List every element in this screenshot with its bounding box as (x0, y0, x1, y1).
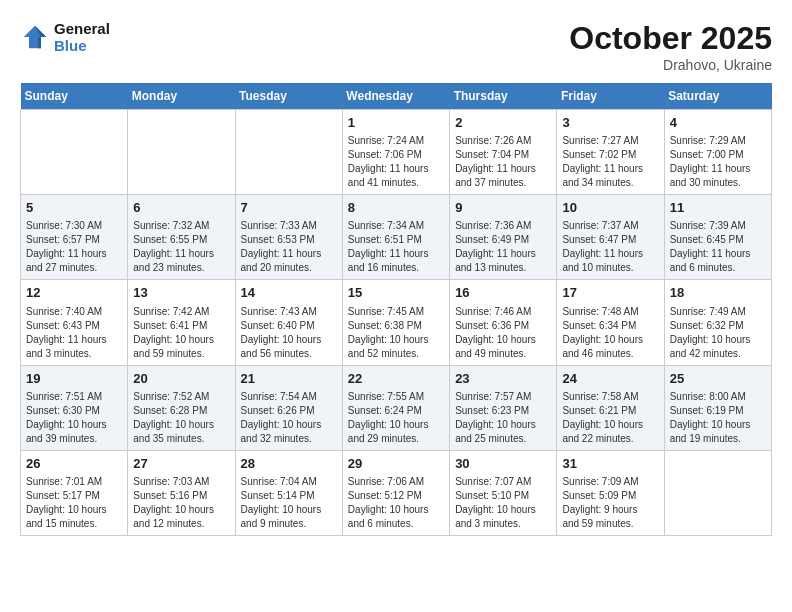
day-number: 15 (348, 284, 444, 302)
calendar-cell (235, 110, 342, 195)
calendar-cell (21, 110, 128, 195)
day-info: Sunrise: 7:30 AM Sunset: 6:57 PM Dayligh… (26, 219, 122, 275)
day-info: Sunrise: 7:36 AM Sunset: 6:49 PM Dayligh… (455, 219, 551, 275)
calendar-cell: 4Sunrise: 7:29 AM Sunset: 7:00 PM Daylig… (664, 110, 771, 195)
day-info: Sunrise: 7:40 AM Sunset: 6:43 PM Dayligh… (26, 305, 122, 361)
weekday-header-friday: Friday (557, 83, 664, 110)
day-number: 26 (26, 455, 122, 473)
calendar-cell: 15Sunrise: 7:45 AM Sunset: 6:38 PM Dayli… (342, 280, 449, 365)
day-number: 12 (26, 284, 122, 302)
calendar-cell: 9Sunrise: 7:36 AM Sunset: 6:49 PM Daylig… (450, 195, 557, 280)
page-header: General Blue October 2025 Drahovo, Ukrai… (20, 20, 772, 73)
calendar-cell: 22Sunrise: 7:55 AM Sunset: 6:24 PM Dayli… (342, 365, 449, 450)
day-number: 27 (133, 455, 229, 473)
calendar-cell: 21Sunrise: 7:54 AM Sunset: 6:26 PM Dayli… (235, 365, 342, 450)
day-info: Sunrise: 7:29 AM Sunset: 7:00 PM Dayligh… (670, 134, 766, 190)
calendar-cell: 19Sunrise: 7:51 AM Sunset: 6:30 PM Dayli… (21, 365, 128, 450)
day-number: 7 (241, 199, 337, 217)
month-title: October 2025 (569, 20, 772, 57)
weekday-header-wednesday: Wednesday (342, 83, 449, 110)
day-info: Sunrise: 7:58 AM Sunset: 6:21 PM Dayligh… (562, 390, 658, 446)
day-info: Sunrise: 7:54 AM Sunset: 6:26 PM Dayligh… (241, 390, 337, 446)
day-info: Sunrise: 7:32 AM Sunset: 6:55 PM Dayligh… (133, 219, 229, 275)
calendar-cell: 8Sunrise: 7:34 AM Sunset: 6:51 PM Daylig… (342, 195, 449, 280)
day-number: 18 (670, 284, 766, 302)
day-number: 10 (562, 199, 658, 217)
day-info: Sunrise: 8:00 AM Sunset: 6:19 PM Dayligh… (670, 390, 766, 446)
day-info: Sunrise: 7:48 AM Sunset: 6:34 PM Dayligh… (562, 305, 658, 361)
day-number: 11 (670, 199, 766, 217)
calendar-cell: 2Sunrise: 7:26 AM Sunset: 7:04 PM Daylig… (450, 110, 557, 195)
day-number: 1 (348, 114, 444, 132)
day-info: Sunrise: 7:06 AM Sunset: 5:12 PM Dayligh… (348, 475, 444, 531)
location-subtitle: Drahovo, Ukraine (569, 57, 772, 73)
calendar-cell: 10Sunrise: 7:37 AM Sunset: 6:47 PM Dayli… (557, 195, 664, 280)
title-block: October 2025 Drahovo, Ukraine (569, 20, 772, 73)
day-info: Sunrise: 7:57 AM Sunset: 6:23 PM Dayligh… (455, 390, 551, 446)
calendar-cell: 14Sunrise: 7:43 AM Sunset: 6:40 PM Dayli… (235, 280, 342, 365)
day-number: 5 (26, 199, 122, 217)
weekday-header-monday: Monday (128, 83, 235, 110)
day-number: 21 (241, 370, 337, 388)
day-info: Sunrise: 7:03 AM Sunset: 5:16 PM Dayligh… (133, 475, 229, 531)
day-info: Sunrise: 7:42 AM Sunset: 6:41 PM Dayligh… (133, 305, 229, 361)
day-info: Sunrise: 7:45 AM Sunset: 6:38 PM Dayligh… (348, 305, 444, 361)
day-info: Sunrise: 7:52 AM Sunset: 6:28 PM Dayligh… (133, 390, 229, 446)
logo-text: General Blue (54, 20, 110, 54)
day-info: Sunrise: 7:34 AM Sunset: 6:51 PM Dayligh… (348, 219, 444, 275)
day-number: 30 (455, 455, 551, 473)
day-number: 14 (241, 284, 337, 302)
day-info: Sunrise: 7:46 AM Sunset: 6:36 PM Dayligh… (455, 305, 551, 361)
day-info: Sunrise: 7:33 AM Sunset: 6:53 PM Dayligh… (241, 219, 337, 275)
calendar-cell: 23Sunrise: 7:57 AM Sunset: 6:23 PM Dayli… (450, 365, 557, 450)
day-number: 9 (455, 199, 551, 217)
calendar-cell: 7Sunrise: 7:33 AM Sunset: 6:53 PM Daylig… (235, 195, 342, 280)
calendar-cell: 28Sunrise: 7:04 AM Sunset: 5:14 PM Dayli… (235, 450, 342, 535)
day-number: 28 (241, 455, 337, 473)
weekday-header-thursday: Thursday (450, 83, 557, 110)
day-number: 2 (455, 114, 551, 132)
calendar-cell: 5Sunrise: 7:30 AM Sunset: 6:57 PM Daylig… (21, 195, 128, 280)
calendar-week-row: 26Sunrise: 7:01 AM Sunset: 5:17 PM Dayli… (21, 450, 772, 535)
calendar-cell: 29Sunrise: 7:06 AM Sunset: 5:12 PM Dayli… (342, 450, 449, 535)
calendar-cell: 1Sunrise: 7:24 AM Sunset: 7:06 PM Daylig… (342, 110, 449, 195)
day-info: Sunrise: 7:04 AM Sunset: 5:14 PM Dayligh… (241, 475, 337, 531)
day-number: 31 (562, 455, 658, 473)
calendar-cell: 13Sunrise: 7:42 AM Sunset: 6:41 PM Dayli… (128, 280, 235, 365)
day-info: Sunrise: 7:01 AM Sunset: 5:17 PM Dayligh… (26, 475, 122, 531)
calendar-cell: 31Sunrise: 7:09 AM Sunset: 5:09 PM Dayli… (557, 450, 664, 535)
calendar-week-row: 5Sunrise: 7:30 AM Sunset: 6:57 PM Daylig… (21, 195, 772, 280)
calendar-table: SundayMondayTuesdayWednesdayThursdayFrid… (20, 83, 772, 536)
day-info: Sunrise: 7:49 AM Sunset: 6:32 PM Dayligh… (670, 305, 766, 361)
weekday-header-sunday: Sunday (21, 83, 128, 110)
weekday-header-saturday: Saturday (664, 83, 771, 110)
day-info: Sunrise: 7:24 AM Sunset: 7:06 PM Dayligh… (348, 134, 444, 190)
day-info: Sunrise: 7:51 AM Sunset: 6:30 PM Dayligh… (26, 390, 122, 446)
calendar-cell: 16Sunrise: 7:46 AM Sunset: 6:36 PM Dayli… (450, 280, 557, 365)
day-number: 16 (455, 284, 551, 302)
day-number: 3 (562, 114, 658, 132)
calendar-cell: 11Sunrise: 7:39 AM Sunset: 6:45 PM Dayli… (664, 195, 771, 280)
calendar-week-row: 1Sunrise: 7:24 AM Sunset: 7:06 PM Daylig… (21, 110, 772, 195)
calendar-week-row: 12Sunrise: 7:40 AM Sunset: 6:43 PM Dayli… (21, 280, 772, 365)
calendar-cell: 27Sunrise: 7:03 AM Sunset: 5:16 PM Dayli… (128, 450, 235, 535)
day-info: Sunrise: 7:37 AM Sunset: 6:47 PM Dayligh… (562, 219, 658, 275)
day-info: Sunrise: 7:07 AM Sunset: 5:10 PM Dayligh… (455, 475, 551, 531)
day-number: 8 (348, 199, 444, 217)
day-number: 22 (348, 370, 444, 388)
calendar-week-row: 19Sunrise: 7:51 AM Sunset: 6:30 PM Dayli… (21, 365, 772, 450)
day-info: Sunrise: 7:55 AM Sunset: 6:24 PM Dayligh… (348, 390, 444, 446)
calendar-header-row: SundayMondayTuesdayWednesdayThursdayFrid… (21, 83, 772, 110)
calendar-cell: 6Sunrise: 7:32 AM Sunset: 6:55 PM Daylig… (128, 195, 235, 280)
calendar-cell: 12Sunrise: 7:40 AM Sunset: 6:43 PM Dayli… (21, 280, 128, 365)
calendar-cell: 26Sunrise: 7:01 AM Sunset: 5:17 PM Dayli… (21, 450, 128, 535)
day-info: Sunrise: 7:09 AM Sunset: 5:09 PM Dayligh… (562, 475, 658, 531)
logo: General Blue (20, 20, 110, 54)
logo-icon (20, 22, 50, 52)
day-info: Sunrise: 7:26 AM Sunset: 7:04 PM Dayligh… (455, 134, 551, 190)
day-number: 19 (26, 370, 122, 388)
day-number: 20 (133, 370, 229, 388)
calendar-cell: 24Sunrise: 7:58 AM Sunset: 6:21 PM Dayli… (557, 365, 664, 450)
day-info: Sunrise: 7:27 AM Sunset: 7:02 PM Dayligh… (562, 134, 658, 190)
day-number: 13 (133, 284, 229, 302)
